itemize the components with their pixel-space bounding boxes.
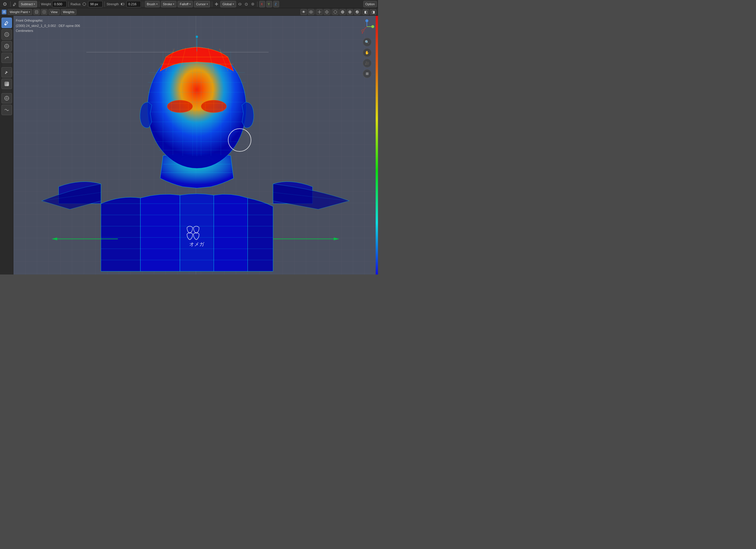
svg-point-19 [4,24,6,25]
falloff-dd-arrow [189,3,191,6]
svg-text:X: X [362,32,363,34]
falloff-dropdown[interactable]: Falloff [178,1,193,7]
blur-tool-btn[interactable] [1,29,12,40]
header-sep2 [331,9,331,15]
svg-marker-25 [8,56,9,58]
strength-label: Strength [106,2,119,6]
radius-value[interactable]: 98 px [88,1,103,7]
svg-point-17 [356,11,359,13]
sample-tool-btn[interactable] [1,67,12,78]
main-area: Front Orthographic (2300) 24_skin2_1_0_0… [0,16,378,274]
average-tool-btn[interactable] [1,41,12,51]
weight-value[interactable]: 0.500 [52,1,67,7]
right-panel-toggle[interactable]: ◨ [370,9,376,15]
svg-rect-7 [35,11,38,13]
cursor-dropdown[interactable]: Cursor [194,1,210,7]
mode-select-arrow [29,11,30,13]
brush-mode-button[interactable]: Subtract [19,1,37,7]
draw-tool-btn[interactable] [1,18,12,28]
viewport-shading-eye[interactable]: 👁 [300,9,307,15]
left-panel-toggle[interactable]: ◧ [362,9,369,15]
cursor-dd-arrow [207,3,208,6]
radius-icon [82,1,87,7]
mode-select[interactable]: Weight Paint [8,9,32,15]
render-mode-btn1[interactable] [33,9,40,15]
snap-icon[interactable] [250,1,255,7]
sep3 [68,1,69,7]
svg-point-15 [341,11,344,13]
head-mesh: オメガ [13,16,378,274]
svg-text:Y: Y [372,25,374,28]
header-right: 👁 [300,9,376,15]
stroke-dd-arrow [173,3,174,6]
y-axis-btn[interactable]: Y [266,1,272,7]
chain-icon[interactable] [237,1,243,7]
brush-dd-arrow [156,3,158,6]
weight-label: Weight [41,2,51,6]
pan-icon[interactable]: ✋ [363,48,372,57]
shading-material[interactable] [347,9,353,15]
shading-solid[interactable] [339,9,346,15]
mode-icon: ⚖ [2,10,6,14]
stroke-dropdown[interactable]: Stroke [161,1,177,7]
crosshair-tool-btn[interactable] [1,93,12,104]
svg-point-20 [5,32,9,37]
app-menu[interactable]: ⊙ [1,1,8,7]
global-dropdown[interactable]: Global [220,1,236,7]
header-sep3 [361,9,362,15]
view-menu[interactable]: View [49,9,60,15]
tool-sep1 [2,65,11,65]
brush-icon[interactable] [12,1,18,7]
z-axis-btn[interactable]: Z [273,1,279,7]
gizmo-toggle[interactable] [316,9,323,15]
weight-legend [376,16,378,274]
global-dd-arrow [233,3,234,6]
top-toolbar: ⊙ Subtract Weight 0.500 Radius 98 px Str… [0,0,378,8]
svg-point-1 [83,3,86,6]
viewport[interactable]: Front Orthographic (2300) 24_skin2_1_0_0… [13,16,378,274]
overlay-btn[interactable] [308,9,314,15]
transform-icon [214,1,219,7]
x-axis-btn[interactable]: X [259,1,265,7]
svg-point-14 [334,11,337,13]
svg-point-84 [196,36,198,38]
left-tool-panel [0,16,13,274]
relax-tool-btn[interactable] [1,105,12,115]
svg-point-21 [6,34,8,35]
svg-point-26 [5,73,6,74]
zoom-icon[interactable]: 🔍 [363,38,372,47]
weights-menu[interactable]: Weights [61,9,77,15]
svg-rect-3 [121,3,122,5]
shading-rendered[interactable] [354,9,360,15]
sep4 [104,1,105,7]
grid-icon[interactable]: ⊞ [363,69,372,78]
strength-value[interactable]: 0.216 [126,1,141,7]
svg-marker-80 [51,238,57,240]
render-mode-btn2[interactable] [41,9,47,15]
sep5 [143,1,143,7]
brush-dropdown[interactable]: Brush [145,1,160,7]
axis-gizmo[interactable]: Z Y X [359,19,375,35]
gradient-tool-btn[interactable] [1,79,12,89]
svg-text:オメガ: オメガ [189,241,205,247]
sep6 [212,1,212,7]
svg-marker-82 [334,238,339,240]
svg-rect-27 [5,82,9,86]
svg-point-6 [252,4,253,4]
mode-chevron [34,3,35,6]
tool-sep2 [2,91,11,91]
axis-gizmo-container: Z Y X 🔍 ✋ 🎥 ⊞ [359,19,375,78]
shading-wireframe[interactable] [332,9,339,15]
sep1 [10,1,11,7]
blender-icon: ⊙ [3,1,7,7]
gizmo-toggle2[interactable] [324,9,330,15]
radius-label: Radius [71,2,80,6]
header-bar: ⚖ Weight Paint View Weights 👁 [0,8,378,16]
svg-point-0 [13,5,14,6]
header-sep1 [315,9,315,15]
proportional-icon[interactable]: ⊙ [244,1,249,7]
svg-text:Z: Z [366,20,368,22]
smear-tool-btn[interactable] [1,53,12,63]
option-button[interactable]: Option [363,1,377,7]
camera-icon[interactable]: 🎥 [363,59,372,68]
